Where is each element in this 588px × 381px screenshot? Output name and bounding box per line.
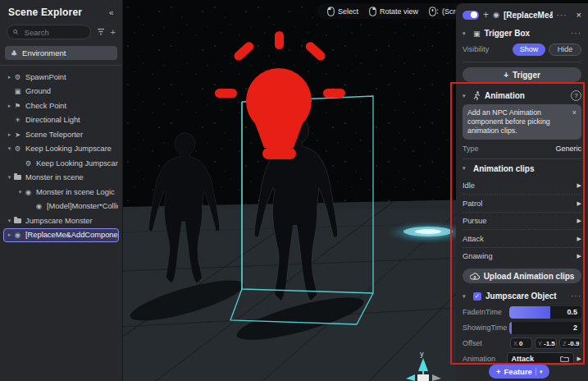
clip-label: Attack: [463, 235, 484, 243]
showingtime-value: 2: [573, 324, 577, 332]
inspector-title: [ReplaceMe&A...: [504, 11, 553, 20]
fadeintime-label: FadeInTime: [463, 308, 502, 316]
type-label: Type: [463, 145, 479, 153]
axis-label: Y: [538, 340, 542, 347]
gear-icon: ⚙: [13, 73, 22, 81]
offset-y-field[interactable]: Y -1.5: [535, 337, 557, 349]
clip-row-idle[interactable]: Idle ▶: [463, 177, 581, 195]
tree-item-directional-light[interactable]: ☀ Directional Light: [3, 113, 119, 128]
animation-person-icon: [473, 91, 481, 100]
tree-item-keep-looking-jumpscare-logic[interactable]: ⚙ Keep Looking Jumpscare Logic: [3, 156, 119, 171]
tree-label: Monster in scene Logic: [36, 188, 115, 196]
expand-right-icon[interactable]: ▶: [577, 356, 581, 362]
offset-x-field[interactable]: X 0: [510, 337, 532, 349]
folder-icon: [14, 175, 21, 180]
jumpscare-title: Jumpscare Object: [485, 291, 567, 301]
jumpscare-checkbox[interactable]: ✓: [473, 292, 481, 301]
offset-z-field[interactable]: Z -0.9: [559, 337, 581, 349]
section-collapse-icon[interactable]: ▾: [463, 93, 469, 99]
trigger-box-menu-icon[interactable]: ···: [571, 29, 581, 38]
clip-row-pursue[interactable]: Pursue ▶: [463, 213, 581, 231]
tree-label: Keep Looking Jumpscare: [25, 145, 112, 153]
clip-row-attack[interactable]: Attack ▶: [463, 230, 581, 248]
sidebar-item-environment[interactable]: ♣ Environment: [5, 46, 117, 60]
tree-item-scene-teleporter[interactable]: ▸ ➤ Scene Teleporter: [3, 127, 119, 142]
showingtime-slider[interactable]: 2: [509, 322, 581, 334]
notice-text: Add an NPC Animation component before pi…: [467, 108, 569, 135]
tree-item-ground[interactable]: ▣ Ground: [3, 85, 119, 99]
hide-button[interactable]: Hide: [549, 44, 581, 56]
axis-value: 0: [519, 340, 522, 347]
tree-item-jumpscare-monster[interactable]: ▾ Jumpscare Monster: [3, 213, 119, 228]
plus-icon: +: [496, 367, 501, 376]
upload-label: Upload Animation clips: [484, 272, 575, 281]
tree-item-replaceme-addcomponent[interactable]: ▸ ◉ [ReplaceMe&AddComponent]J..: [3, 228, 119, 243]
scene-explorer-panel: Scene Explorer « + ♣ Environment ▸ ⚙ Spa…: [0, 0, 123, 381]
close-icon[interactable]: ×: [577, 10, 581, 20]
plus-icon: +: [504, 71, 508, 80]
tree-item-check-point[interactable]: ▸ ⚑ Check Point: [3, 99, 119, 113]
clip-row-gnawing[interactable]: Gnawing ▶: [463, 248, 581, 265]
scene-tree: ▸ ⚙ SpawnPoint ▣ Ground ▸ ⚑ Check Point …: [0, 70, 122, 242]
offset-label: Offset: [463, 339, 482, 347]
light-icon: ☀: [13, 116, 22, 124]
jumpscare-menu-icon[interactable]: ···: [571, 291, 581, 301]
tool-select[interactable]: Select: [327, 7, 358, 16]
fadeintime-slider[interactable]: 0.5: [509, 306, 581, 319]
clip-label: Idle: [463, 181, 475, 190]
caret-right-icon[interactable]: ▸: [6, 131, 13, 138]
axis-label: X: [513, 340, 517, 347]
search-input[interactable]: [23, 27, 84, 38]
section-collapse-icon[interactable]: ▾: [463, 30, 469, 37]
add-component-icon[interactable]: +: [483, 9, 489, 21]
filter-icon[interactable]: [97, 28, 105, 37]
section-collapse-icon[interactable]: ▾: [463, 293, 469, 300]
section-collapse-icon[interactable]: ▾: [463, 165, 469, 172]
help-icon[interactable]: ?: [571, 90, 581, 101]
notice-close-icon[interactable]: ×: [572, 108, 577, 117]
mouse-right-icon: [369, 7, 376, 16]
filter-lines-icon: [97, 28, 105, 35]
show-button[interactable]: Show: [513, 44, 545, 56]
folder-open-icon: [560, 356, 569, 362]
type-value[interactable]: Generic: [555, 145, 581, 153]
caret-down-icon[interactable]: ▾: [16, 189, 24, 195]
add-feature-button[interactable]: + Feature ▾: [489, 365, 549, 379]
divider: [0, 65, 122, 66]
tree-item-keep-looking-jumpscare[interactable]: ▾ ⚙ Keep Looking Jumpscare: [3, 142, 119, 157]
tree-label: [Model]Monster*ColliderIsNec..: [47, 202, 119, 210]
tree-item-monster-in-scene-logic[interactable]: ▾ ◉ Monster in scene Logic: [3, 185, 119, 200]
tree-item-model-monster-collider[interactable]: ◉ [Model]Monster*ColliderIsNec..: [3, 200, 119, 214]
caret-down-icon[interactable]: ▾: [6, 174, 13, 181]
visibility-label: Visibility: [463, 45, 489, 53]
add-trigger-button[interactable]: + Trigger: [463, 67, 581, 82]
caret-right-icon[interactable]: ▸: [6, 103, 13, 109]
folder-icon: [14, 218, 21, 223]
caret-down-icon[interactable]: ▾: [6, 218, 13, 224]
mouse-left-icon: [327, 7, 335, 16]
tree-label: Ground: [25, 87, 51, 95]
feature-label: Feature: [504, 367, 532, 376]
caret-down-icon[interactable]: ▾: [6, 145, 13, 152]
gear-icon: ⚙: [13, 145, 22, 153]
clip-row-patrol[interactable]: Patrol ▶: [463, 195, 581, 213]
tree-item-spawnpoint[interactable]: ▸ ⚙ SpawnPoint: [3, 70, 119, 85]
search-input-wrap[interactable]: [7, 25, 91, 39]
caret-right-icon[interactable]: ▸: [6, 232, 13, 238]
upload-icon: [470, 273, 480, 280]
chevron-down-icon[interactable]: ▾: [540, 369, 543, 375]
upload-animation-clips-button[interactable]: Upload Animation clips: [463, 269, 581, 283]
component-toggle[interactable]: [463, 11, 479, 20]
expand-right-icon: ▶: [577, 200, 581, 207]
tree-item-monster-in-scene[interactable]: ▾ Monster in scene: [3, 171, 119, 186]
tree-label: Jumpscare Monster: [25, 217, 93, 225]
clip-label: Gnawing: [463, 252, 493, 260]
caret-right-icon[interactable]: ▸: [6, 74, 13, 80]
more-options-icon[interactable]: ···: [557, 11, 567, 20]
tool-rotate-view[interactable]: Rotate view: [369, 7, 418, 16]
tool-select-label: Select: [338, 7, 358, 16]
add-object-icon[interactable]: +: [111, 28, 116, 37]
object-icon: ◉: [493, 11, 499, 19]
collapse-panel-icon[interactable]: «: [108, 7, 114, 18]
animation-clips-title: Animation clips: [473, 164, 581, 173]
